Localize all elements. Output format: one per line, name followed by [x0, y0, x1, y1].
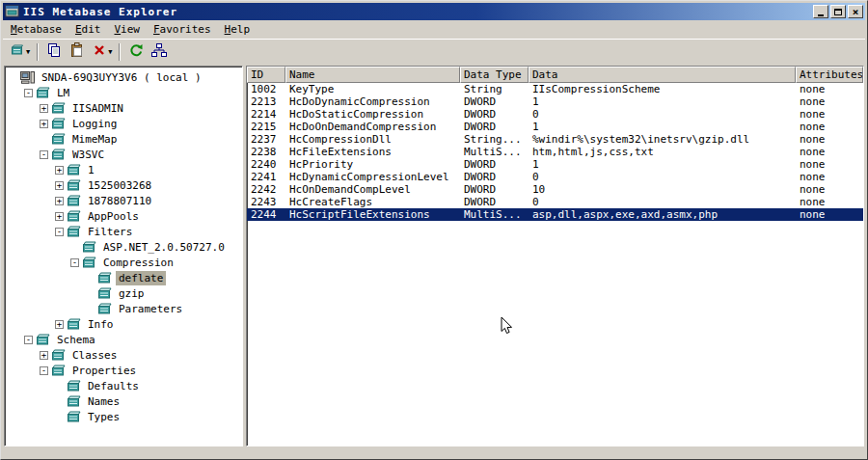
tree-item-label[interactable]: Names [85, 394, 122, 409]
tree-item-label[interactable]: deflate [116, 271, 166, 285]
cell-data_type: DWORD [460, 95, 529, 108]
expand-toggle[interactable]: + [55, 320, 64, 329]
property-row-2240[interactable]: 2240HcPriorityDWORD1none [247, 158, 863, 171]
menu-item-favorites[interactable]: Favorites [147, 21, 218, 39]
copy-button[interactable] [42, 41, 66, 63]
expand-toggle[interactable]: + [55, 197, 64, 205]
tree-item-snda-69q3uyy3v6-local[interactable]: SNDA-69Q3UYY3V6 ( local ) [5, 69, 242, 85]
tree-item-label[interactable]: gzip [116, 286, 148, 301]
tree-item-label[interactable]: SNDA-69Q3UYY3V6 ( local ) [39, 70, 204, 85]
tree-item-lm[interactable]: -LM [5, 85, 242, 100]
maximize-button[interactable] [830, 5, 846, 18]
cell-data_type: DWORD [460, 108, 529, 121]
tree-item-deflate[interactable]: deflate [5, 270, 242, 285]
expand-toggle[interactable]: + [40, 351, 48, 360]
tree-item-gzip[interactable]: gzip [5, 285, 242, 301]
property-row-2215[interactable]: 2215HcDoOnDemandCompressionDWORD1none [247, 121, 863, 133]
tree-item-label[interactable]: ASP.NET_2.0.50727.0 [100, 240, 228, 255]
tree-item-w3svc[interactable]: -W3SVC [5, 147, 242, 162]
titlebar: IIS Metabase Explorer × [3, 3, 865, 20]
collapse-toggle[interactable]: - [24, 336, 33, 344]
maximize-icon [834, 9, 842, 15]
delete-button[interactable]: ▼ [89, 41, 115, 63]
column-header-id[interactable]: ID [247, 67, 285, 83]
tree-item-label[interactable]: Logging [69, 117, 120, 131]
paste-icon [69, 42, 85, 61]
column-header-name[interactable]: Name [285, 67, 460, 83]
tree-item-label[interactable]: Types [85, 410, 122, 424]
minimize-button[interactable] [813, 5, 828, 18]
expand-toggle[interactable]: + [55, 212, 64, 221]
paste-button[interactable] [66, 41, 89, 63]
property-row-2243[interactable]: 2243HcCreateFlagsDWORD0none [247, 196, 863, 208]
cell-data_type: String... [460, 133, 529, 146]
tree-item-label[interactable]: AppPools [85, 209, 142, 224]
property-row-2213[interactable]: 2213HcDoDynamicCompressionDWORD1none [247, 95, 863, 108]
tree-item-compression[interactable]: -Compression [5, 255, 242, 270]
tree-item-label[interactable]: Schema [54, 333, 98, 347]
property-row-2244[interactable]: 2244HcScriptFileExtensionsMultiS...asp,d… [247, 208, 863, 221]
tree-item-asp-net-2-0-50727-0[interactable]: ASP.NET_2.0.50727.0 [5, 239, 242, 255]
tree-item-iisadmin[interactable]: +IISADMIN [5, 100, 242, 116]
tree-item-label[interactable]: Properties [69, 364, 139, 378]
property-row-1002[interactable]: 1002KeyTypeStringIIsCompressionSchemenon… [247, 83, 863, 95]
tree-item-label[interactable]: Defaults [85, 379, 142, 393]
tree-item-defaults[interactable]: Defaults [5, 378, 242, 393]
tree-item-label[interactable]: 1 [85, 163, 97, 177]
tree-item-label[interactable]: Compression [100, 256, 176, 270]
collapse-toggle[interactable]: - [55, 228, 64, 236]
tree-item-label[interactable]: MimeMap [69, 132, 120, 147]
tree-item-label[interactable]: LM [54, 86, 72, 100]
menu-item-edit[interactable]: Edit [68, 21, 108, 39]
tree-item-1878807110[interactable]: +1878807110 [5, 193, 242, 208]
node-icon [67, 210, 81, 223]
tree-item-label[interactable]: 1878807110 [85, 194, 154, 208]
connect-button[interactable] [148, 41, 171, 63]
property-row-2237[interactable]: 2237HcCompressionDllString...%windir%\sy… [247, 133, 863, 146]
tree-item-filters[interactable]: -Filters [5, 224, 242, 239]
toggle-slot: + [38, 351, 50, 360]
property-row-2238[interactable]: 2238HcFileExtensionsMultiS...htm,html,js… [247, 146, 863, 158]
tree-item-info[interactable]: +Info [5, 316, 242, 332]
tree-item-1525003268[interactable]: +1525003268 [5, 177, 242, 193]
property-row-2241[interactable]: 2241HcDynamicCompressionLevelDWORD0none [247, 171, 863, 183]
tree-item-label[interactable]: W3SVC [69, 148, 107, 162]
property-row-2214[interactable]: 2214HcDoStaticCompressionDWORD0none [247, 108, 863, 121]
node-icon [67, 164, 81, 176]
tree-item-label[interactable]: 1525003268 [85, 178, 154, 193]
close-button[interactable]: × [848, 5, 863, 18]
tree-item-mimemap[interactable]: MimeMap [5, 131, 242, 147]
menu-item-help[interactable]: Help [218, 21, 258, 39]
tree-item-label[interactable]: Info [85, 317, 117, 332]
collapse-toggle[interactable]: - [24, 89, 33, 97]
tree-item-logging[interactable]: +Logging [5, 116, 242, 131]
tree-item-names[interactable]: Names [5, 393, 242, 409]
refresh-button[interactable] [124, 41, 148, 63]
tree-item-schema[interactable]: -Schema [5, 332, 242, 347]
tree-item-parameters[interactable]: Parameters [5, 301, 242, 316]
tree-item-properties[interactable]: -Properties [5, 363, 242, 378]
tree-item-label[interactable]: Parameters [116, 302, 185, 316]
menu-item-metabase[interactable]: Metabase [4, 21, 68, 39]
tree-item-apppools[interactable]: +AppPools [5, 208, 242, 224]
expand-toggle[interactable]: + [55, 181, 64, 190]
tree-item-1[interactable]: +1 [5, 162, 242, 177]
expand-toggle[interactable]: + [40, 104, 48, 113]
tree-item-label[interactable]: Classes [69, 348, 120, 363]
column-header-data-type[interactable]: Data Type [460, 67, 529, 83]
property-row-2242[interactable]: 2242HcOnDemandCompLevelDWORD10none [247, 183, 863, 196]
tree-item-classes[interactable]: +Classes [5, 347, 242, 363]
collapse-toggle[interactable]: - [40, 366, 48, 375]
tree-item-label[interactable]: Filters [85, 225, 135, 239]
cell-attributes: none [796, 183, 863, 196]
tree-item-types[interactable]: Types [5, 409, 242, 424]
new-key-button[interactable]: ▼ [7, 41, 33, 63]
expand-toggle[interactable]: + [55, 166, 64, 175]
tree-item-label[interactable]: IISADMIN [69, 101, 126, 116]
expand-toggle[interactable]: + [40, 120, 48, 128]
menu-item-view[interactable]: View [107, 21, 147, 39]
column-header-data[interactable]: Data [529, 67, 796, 83]
collapse-toggle[interactable]: - [70, 258, 79, 267]
collapse-toggle[interactable]: - [40, 150, 48, 159]
column-header-attributes[interactable]: Attributes [796, 67, 863, 83]
